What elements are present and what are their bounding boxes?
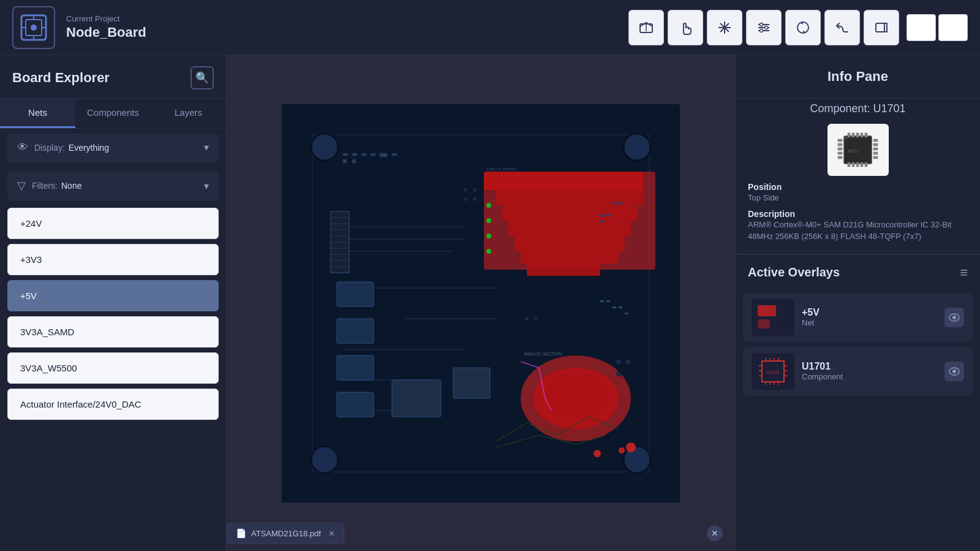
svg-point-45 bbox=[486, 203, 491, 208]
display-chevron-icon: ▾ bbox=[204, 142, 209, 153]
svg-rect-82 bbox=[606, 300, 610, 302]
net-item[interactable]: 3V3A_W5500 bbox=[7, 352, 219, 384]
logo-icon bbox=[18, 12, 49, 43]
svg-rect-103 bbox=[856, 133, 859, 137]
pdf-close-icon[interactable]: ✕ bbox=[328, 529, 335, 538]
svg-point-25 bbox=[311, 134, 338, 161]
svg-rect-125 bbox=[760, 307, 775, 309]
description-value: ARM® Cortex®-M0+ SAM D21G Microcontrolle… bbox=[748, 219, 968, 243]
search-button[interactable]: 🔍 bbox=[190, 66, 214, 89]
view-toggles bbox=[907, 14, 968, 41]
svg-point-93 bbox=[625, 359, 630, 364]
svg-rect-76 bbox=[600, 215, 604, 216]
undo-button[interactable] bbox=[824, 10, 860, 45]
position-key: Position bbox=[748, 182, 968, 192]
display-filter[interactable]: 👁 Display: Everything ▾ bbox=[7, 134, 219, 162]
snowflake-button[interactable] bbox=[707, 10, 742, 45]
svg-rect-112 bbox=[838, 143, 842, 146]
svg-point-48 bbox=[486, 249, 491, 254]
svg-rect-30 bbox=[352, 153, 357, 156]
overlays-title: Active Overlays bbox=[748, 265, 840, 279]
svg-point-95 bbox=[626, 443, 636, 452]
position-row: Position Top Side bbox=[748, 182, 968, 204]
display-icon: 👁 bbox=[17, 141, 28, 154]
pdf-filename: ATSAMD21G18.pdf bbox=[251, 529, 321, 538]
svg-text:ANALOG SECTION: ANALOG SECTION bbox=[524, 352, 562, 356]
svg-rect-31 bbox=[361, 153, 366, 156]
overlay-name-net: +5V bbox=[802, 307, 937, 318]
3d-view-button[interactable] bbox=[628, 10, 664, 45]
component-image: MCU bbox=[827, 124, 889, 176]
description-key: Description bbox=[748, 209, 968, 219]
svg-point-88 bbox=[464, 197, 467, 201]
svg-rect-64 bbox=[392, 380, 441, 417]
svg-point-129 bbox=[952, 316, 956, 319]
svg-rect-120 bbox=[873, 156, 878, 159]
board-explorer-title: Board Explorer bbox=[12, 70, 110, 86]
view-toggle-2[interactable] bbox=[938, 14, 968, 41]
info-pane-header: Info Pane bbox=[736, 55, 980, 99]
toolbar bbox=[628, 10, 968, 45]
pdf-icon: 📄 bbox=[236, 528, 246, 538]
component-label: Component: U1701 bbox=[736, 102, 980, 115]
net-item[interactable]: 3V3A_SAMD bbox=[7, 316, 219, 348]
svg-rect-33 bbox=[380, 153, 387, 157]
svg-point-89 bbox=[473, 197, 477, 201]
main-layout: Board Explorer 🔍 Nets Components Layers … bbox=[0, 55, 980, 551]
position-value: Top Side bbox=[748, 192, 968, 204]
overlay-item-component: U1701 U1701 Component bbox=[743, 347, 973, 396]
overlay-list: +5V Net bbox=[736, 291, 980, 552]
menu-icon[interactable]: ≡ bbox=[960, 265, 968, 281]
filter-icon: ▽ bbox=[17, 179, 26, 192]
svg-rect-43 bbox=[521, 251, 619, 264]
overlay-visibility-component-button[interactable] bbox=[944, 362, 964, 381]
view-toggle-1[interactable] bbox=[907, 14, 936, 41]
filter-row[interactable]: ▽ Filters: None ▾ bbox=[7, 172, 219, 200]
board-canvas[interactable]: GND / V_SUPPLY ANALOG SECTION 📄 ATSAMD21… bbox=[227, 55, 735, 551]
pdf-close-button[interactable]: ✕ bbox=[707, 525, 723, 541]
overlay-thumbnail-net bbox=[752, 299, 794, 336]
svg-rect-104 bbox=[861, 133, 863, 137]
net-item[interactable]: +24V bbox=[7, 208, 219, 239]
logo-box bbox=[12, 6, 55, 49]
settings-button[interactable] bbox=[746, 10, 782, 45]
svg-rect-114 bbox=[838, 152, 842, 154]
tab-nets[interactable]: Nets bbox=[0, 99, 75, 128]
svg-rect-77 bbox=[606, 215, 610, 216]
sync-button[interactable] bbox=[785, 10, 821, 45]
svg-rect-79 bbox=[612, 202, 616, 204]
svg-point-17 bbox=[765, 26, 768, 29]
overlay-visibility-net-button[interactable] bbox=[944, 308, 964, 327]
svg-rect-42 bbox=[514, 236, 625, 251]
svg-point-91 bbox=[534, 317, 538, 321]
net-item[interactable]: +3V3 bbox=[7, 244, 219, 275]
tab-layers[interactable]: Layers bbox=[151, 99, 226, 128]
net-item-active[interactable]: +5V bbox=[7, 280, 219, 311]
tab-components[interactable]: Components bbox=[75, 99, 151, 128]
display-label: Display: bbox=[34, 143, 65, 153]
svg-point-6 bbox=[31, 25, 37, 31]
svg-point-51 bbox=[545, 374, 606, 417]
svg-point-86 bbox=[464, 188, 467, 192]
net-item[interactable]: Actuator Interface/24V0_DAC bbox=[7, 389, 219, 420]
panel-header: Board Explorer 🔍 bbox=[0, 55, 226, 99]
svg-rect-115 bbox=[838, 156, 842, 159]
svg-rect-101 bbox=[848, 133, 850, 137]
svg-rect-61 bbox=[337, 319, 374, 343]
svg-point-94 bbox=[616, 371, 621, 376]
svg-rect-83 bbox=[612, 306, 616, 308]
svg-rect-41 bbox=[508, 221, 631, 236]
left-panel: Board Explorer 🔍 Nets Components Layers … bbox=[0, 55, 227, 551]
svg-rect-127 bbox=[758, 319, 770, 329]
export-button[interactable] bbox=[864, 10, 899, 45]
svg-rect-20 bbox=[876, 23, 884, 32]
project-label: Current Project bbox=[66, 14, 628, 23]
svg-point-12 bbox=[723, 26, 726, 29]
pdf-tab-item[interactable]: 📄 ATSAMD21G18.pdf ✕ bbox=[227, 523, 344, 544]
svg-rect-80 bbox=[619, 202, 622, 204]
svg-rect-113 bbox=[838, 148, 842, 150]
svg-rect-107 bbox=[852, 162, 854, 167]
hand-tool-button[interactable] bbox=[668, 10, 703, 45]
svg-point-87 bbox=[473, 188, 477, 192]
svg-point-27 bbox=[311, 446, 338, 473]
